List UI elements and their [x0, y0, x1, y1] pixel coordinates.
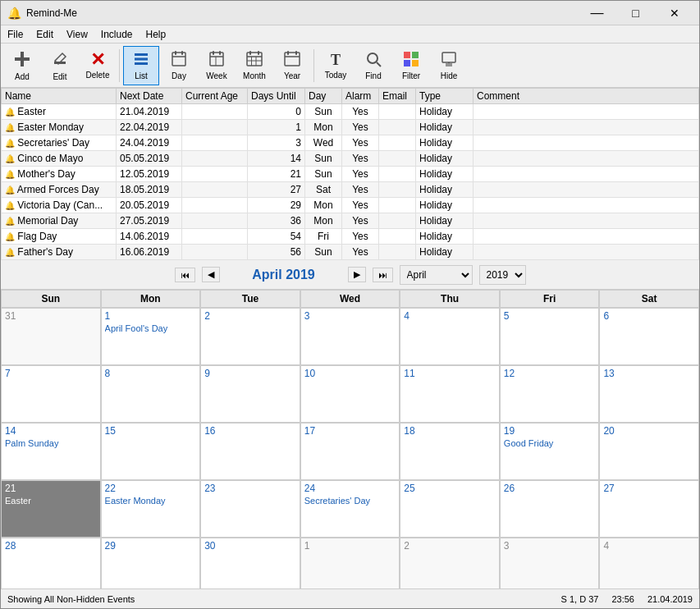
- toolbar-list[interactable]: List: [123, 46, 159, 85]
- calendar-cell[interactable]: 6: [599, 308, 699, 365]
- toolbar-add[interactable]: Add: [4, 46, 40, 85]
- calendar-cell[interactable]: 24Secretaries' Day: [300, 480, 400, 538]
- calendar-cell[interactable]: 19Good Friday: [500, 423, 600, 480]
- svg-rect-17: [249, 51, 251, 55]
- col-current-age[interactable]: Current Age: [182, 89, 248, 104]
- calendar-cell[interactable]: 18: [400, 423, 500, 480]
- col-days-until[interactable]: Days Until: [248, 89, 305, 104]
- col-comment[interactable]: Comment: [474, 89, 699, 104]
- table-row[interactable]: 🔔 Easter Monday 22.04.2019 1 Mon Yes Hol…: [2, 120, 699, 135]
- cal-next-button[interactable]: ▶: [348, 267, 366, 282]
- calendar-cell[interactable]: 21Easter: [1, 480, 101, 538]
- calendar-cell[interactable]: 2: [400, 538, 500, 588]
- col-name[interactable]: Name: [2, 89, 117, 104]
- table-row[interactable]: 🔔 Easter 21.04.2019 0 Sun Yes Holiday: [2, 104, 699, 120]
- calendar-cell[interactable]: 23: [200, 480, 300, 538]
- cell-date: 16: [204, 425, 215, 437]
- cell-current-age: [182, 182, 248, 198]
- calendar-event[interactable]: Palm Sunday: [5, 438, 97, 448]
- calendar-cell[interactable]: 7: [1, 365, 101, 423]
- calendar-cell[interactable]: 4: [400, 308, 500, 365]
- col-alarm[interactable]: Alarm: [342, 89, 379, 104]
- calendar-cell[interactable]: 3: [500, 538, 600, 588]
- toolbar-filter[interactable]: Filter: [393, 46, 429, 85]
- col-type[interactable]: Type: [416, 89, 474, 104]
- calendar-event[interactable]: April Fool's Day: [105, 323, 197, 333]
- table-row[interactable]: 🔔 Mother's Day 12.05.2019 21 Sun Yes Hol…: [2, 167, 699, 182]
- table-row[interactable]: 🔔 Secretaries' Day 24.04.2019 3 Wed Yes …: [2, 135, 699, 151]
- table-row[interactable]: 🔔 Memorial Day 27.05.2019 36 Mon Yes Hol…: [2, 213, 699, 229]
- calendar-cell[interactable]: 1April Fool's Day: [101, 308, 201, 365]
- calendar-cell[interactable]: 30: [200, 538, 300, 588]
- toolbar-today[interactable]: T Today: [318, 46, 354, 85]
- cell-date: 2: [404, 540, 409, 552]
- minimize-button[interactable]: —: [579, 1, 615, 25]
- col-email[interactable]: Email: [379, 89, 416, 104]
- cell-date: 25: [404, 483, 414, 494]
- toolbar-hide[interactable]: Hide: [431, 46, 467, 85]
- calendar-event[interactable]: Secretaries' Day: [304, 496, 396, 506]
- menu-file[interactable]: File: [1, 25, 30, 43]
- calendar-cell[interactable]: 17: [300, 423, 400, 480]
- calendar-cell[interactable]: 27: [599, 480, 699, 538]
- toolbar-find[interactable]: Find: [355, 46, 391, 85]
- toolbar-year[interactable]: Year: [274, 46, 310, 85]
- toolbar-delete[interactable]: ✕ Delete: [80, 46, 116, 85]
- cell-date: 4: [603, 540, 609, 552]
- close-button[interactable]: ✕: [656, 1, 693, 25]
- calendar-cell[interactable]: 4: [599, 538, 699, 588]
- month-icon: [245, 50, 263, 70]
- calendar-cell[interactable]: 10: [300, 365, 400, 423]
- cell-current-age: [182, 167, 248, 182]
- calendar-cell[interactable]: 26: [500, 480, 600, 538]
- menu-include[interactable]: Include: [94, 25, 140, 43]
- calendar-cell[interactable]: 13: [599, 365, 699, 423]
- table-row[interactable]: 🔔 Armed Forces Day 18.05.2019 27 Sat Yes…: [2, 182, 699, 198]
- day-header: Thu: [400, 290, 500, 308]
- menu-help[interactable]: Help: [140, 25, 173, 43]
- calendar-cell[interactable]: 3: [300, 308, 400, 365]
- calendar-cell[interactable]: 31: [1, 308, 101, 365]
- table-row[interactable]: 🔔 Flag Day 14.06.2019 54 Fri Yes Holiday: [2, 229, 699, 245]
- maximize-button[interactable]: □: [617, 1, 654, 25]
- calendar-cell[interactable]: 14Palm Sunday: [1, 423, 101, 480]
- toolbar-week[interactable]: Week: [199, 46, 235, 85]
- calendar-cell[interactable]: 29: [101, 538, 201, 588]
- calendar-cell[interactable]: 1: [300, 538, 400, 588]
- calendar-cell[interactable]: 9: [200, 365, 300, 423]
- toolbar-day[interactable]: Day: [161, 46, 197, 85]
- calendar-year-select[interactable]: 20172018201920202021: [479, 265, 526, 285]
- calendar-cell[interactable]: 2: [200, 308, 300, 365]
- calendar-event[interactable]: Easter Monday: [105, 496, 197, 506]
- calendar-cell[interactable]: 16: [200, 423, 300, 480]
- cell-date: 19: [504, 425, 515, 437]
- calendar-cell[interactable]: 20: [599, 423, 699, 480]
- col-next-date[interactable]: Next Date: [117, 89, 182, 104]
- cal-last-button[interactable]: ⏭: [373, 268, 393, 282]
- cell-date: 21: [5, 483, 16, 494]
- cal-prev-button[interactable]: ◀: [202, 267, 220, 282]
- toolbar-edit[interactable]: Edit: [42, 46, 78, 85]
- calendar-event[interactable]: Good Friday: [504, 438, 596, 448]
- calendar-cell[interactable]: 5: [500, 308, 600, 365]
- calendar-event[interactable]: Easter: [5, 496, 97, 506]
- calendar-cell[interactable]: 25: [400, 480, 500, 538]
- table-row[interactable]: 🔔 Cinco de Mayo 05.05.2019 14 Sun Yes Ho…: [2, 151, 699, 167]
- calendar-cell[interactable]: 8: [101, 365, 201, 423]
- menu-edit[interactable]: Edit: [30, 25, 60, 43]
- calendar-cell[interactable]: 28: [1, 538, 101, 588]
- cal-first-button[interactable]: ⏮: [175, 268, 195, 282]
- calendar-cell[interactable]: 15: [101, 423, 201, 480]
- col-day[interactable]: Day: [305, 89, 342, 104]
- calendar-cell[interactable]: 12: [500, 365, 600, 423]
- table-row[interactable]: 🔔 Victoria Day (Can... 20.05.2019 29 Mon…: [2, 198, 699, 213]
- calendar-month-select[interactable]: JanuaryFebruaryMarchAprilMayJuneJulyAugu…: [400, 265, 473, 285]
- event-list[interactable]: Name Next Date Current Age Days Until Da…: [1, 88, 699, 260]
- table-row[interactable]: 🔔 Father's Day 16.06.2019 56 Sun Yes Hol…: [2, 245, 699, 260]
- calendar-cell[interactable]: 22Easter Monday: [101, 480, 201, 538]
- calendar-week: 78910111213: [1, 365, 699, 423]
- menu-view[interactable]: View: [60, 25, 94, 43]
- calendar-cell[interactable]: 11: [400, 365, 500, 423]
- cell-name: 🔔 Father's Day: [2, 245, 117, 260]
- toolbar-month[interactable]: Month: [236, 46, 272, 85]
